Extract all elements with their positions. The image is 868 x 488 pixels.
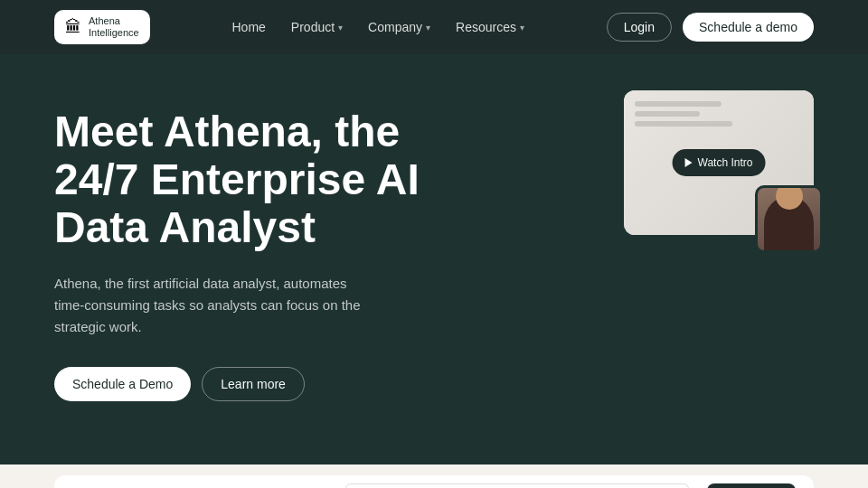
schedule-demo-hero-button[interactable]: Schedule a Demo bbox=[54, 367, 191, 401]
resources-chevron-icon: ▾ bbox=[520, 23, 524, 33]
person-head bbox=[776, 185, 803, 210]
subscribe-section: Stay connected with Athena to follow upd… bbox=[0, 465, 868, 488]
nav-links: Home Product ▾ Company ▾ Resources ▾ bbox=[231, 20, 524, 34]
person-silhouette bbox=[764, 196, 814, 250]
nav-company[interactable]: Company ▾ bbox=[368, 20, 430, 34]
schedule-demo-nav-button[interactable]: Schedule a demo bbox=[683, 13, 814, 42]
navbar: 🏛 Athena Intelligence Home Product ▾ Com… bbox=[0, 0, 868, 54]
nav-home[interactable]: Home bbox=[231, 20, 265, 34]
play-icon bbox=[685, 158, 693, 167]
hero-title: Meet Athena, the 24/7 Enterprise AI Data… bbox=[54, 108, 434, 251]
learn-more-button[interactable]: Learn more bbox=[202, 367, 305, 401]
subscribe-button[interactable]: Subscribe bbox=[707, 483, 796, 488]
email-input[interactable] bbox=[345, 483, 689, 488]
nav-actions: Login Schedule a demo bbox=[607, 13, 814, 42]
hero-buttons: Schedule a Demo Learn more bbox=[54, 367, 434, 401]
subscribe-inner: Stay connected with Athena to follow upd… bbox=[54, 475, 814, 488]
login-button[interactable]: Login bbox=[607, 13, 672, 42]
watch-intro-button[interactable]: Watch Intro bbox=[673, 149, 766, 176]
video-ui-decoration bbox=[635, 101, 743, 131]
hero-section: Meet Athena, the 24/7 Enterprise AI Data… bbox=[0, 54, 868, 465]
product-chevron-icon: ▾ bbox=[338, 23, 343, 33]
hero-content: Meet Athena, the 24/7 Enterprise AI Data… bbox=[54, 108, 434, 401]
hero-subtitle: Athena, the first artificial data analys… bbox=[54, 273, 362, 338]
logo-icon: 🏛 bbox=[65, 18, 81, 37]
person-avatar bbox=[755, 185, 823, 253]
nav-resources[interactable]: Resources ▾ bbox=[456, 20, 524, 34]
logo[interactable]: 🏛 Athena Intelligence bbox=[54, 10, 150, 44]
nav-product[interactable]: Product ▾ bbox=[291, 20, 343, 34]
logo-text: Athena Intelligence bbox=[89, 15, 139, 39]
company-chevron-icon: ▾ bbox=[426, 23, 430, 33]
video-card: Watch Intro bbox=[624, 90, 814, 235]
